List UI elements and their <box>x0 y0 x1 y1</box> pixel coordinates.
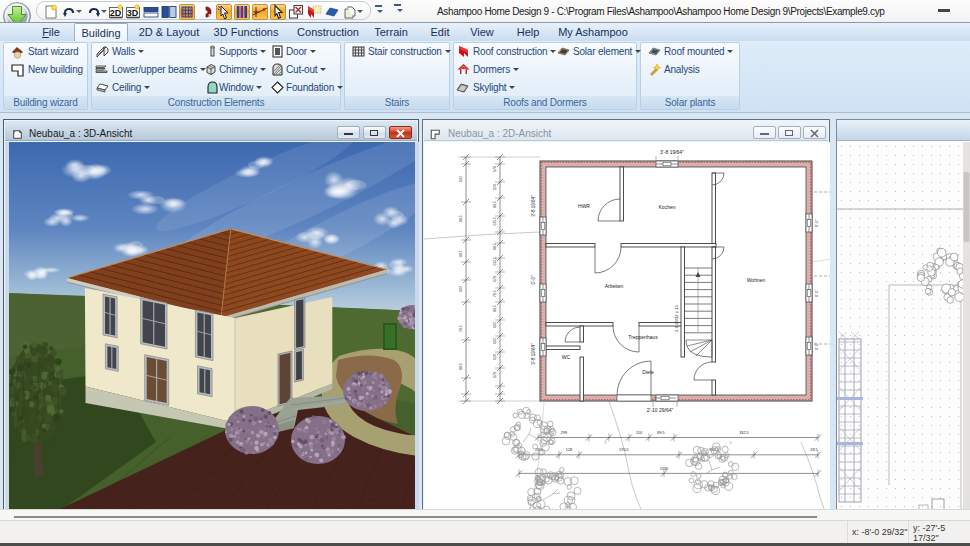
svg-text:x: x <box>604 439 607 445</box>
svg-text:Diele: Diele <box>642 369 654 375</box>
svg-text:102: 102 <box>493 322 497 328</box>
svg-text:HWR: HWR <box>578 203 590 209</box>
svg-text:3'-8 19/64": 3'-8 19/64" <box>660 149 684 155</box>
svg-text:88.5: 88.5 <box>459 250 463 257</box>
svg-text:235.5: 235.5 <box>493 217 497 226</box>
svg-text:299: 299 <box>561 431 567 435</box>
svg-text:78.5: 78.5 <box>493 290 497 297</box>
svg-text:78.5: 78.5 <box>459 325 463 332</box>
svg-text:88.5: 88.5 <box>493 201 497 208</box>
svg-text:88.5: 88.5 <box>493 305 497 312</box>
svg-text:0'-0": 0'-0" <box>531 275 536 284</box>
svg-text:2D: 2D <box>110 8 122 18</box>
svg-text:Wohnen: Wohnen <box>747 277 766 283</box>
svg-text:128: 128 <box>566 448 572 452</box>
svg-text:0'-0": 0'-0" <box>814 341 819 350</box>
svg-text:Arbeiten: Arbeiten <box>605 283 624 289</box>
svg-text:120: 120 <box>493 354 497 360</box>
svg-text:102: 102 <box>459 286 463 292</box>
svg-text:332.5: 332.5 <box>739 431 749 435</box>
svg-text:178: 178 <box>493 166 497 172</box>
svg-text:Kochen: Kochen <box>659 204 676 210</box>
svg-text:102: 102 <box>493 338 497 344</box>
svg-text:102: 102 <box>459 176 463 182</box>
svg-text:89.5: 89.5 <box>657 431 664 435</box>
svg-text:0'-0": 0'-0" <box>814 288 819 297</box>
svg-text:178: 178 <box>493 276 497 282</box>
svg-text:0'-0": 0'-0" <box>814 218 819 227</box>
svg-text:28.5: 28.5 <box>810 448 817 452</box>
svg-text:88.5: 88.5 <box>459 363 463 370</box>
svg-text:3D: 3D <box>127 8 139 18</box>
svg-text:570.5: 570.5 <box>619 448 629 452</box>
svg-text:88.5: 88.5 <box>493 243 497 250</box>
svg-text:1530: 1530 <box>660 467 668 471</box>
svg-text:Treppenhaus: Treppenhaus <box>628 334 658 340</box>
svg-text:3'-8 19/64": 3'-8 19/64" <box>531 195 536 217</box>
svg-text:120: 120 <box>493 184 497 190</box>
svg-text:235.5: 235.5 <box>493 257 497 266</box>
svg-text:2-0 29/32 x 14: 2-0 29/32 x 14 <box>674 305 679 332</box>
svg-text:88.5: 88.5 <box>459 215 463 222</box>
svg-text:x: x <box>729 439 732 445</box>
svg-text:110: 110 <box>636 431 642 435</box>
svg-text:3'-8 19/64": 3'-8 19/64" <box>531 343 536 365</box>
svg-text:2'-10 29/64": 2'-10 29/64" <box>647 407 674 413</box>
svg-text:178: 178 <box>493 372 497 378</box>
svg-text:WC: WC <box>562 354 571 360</box>
